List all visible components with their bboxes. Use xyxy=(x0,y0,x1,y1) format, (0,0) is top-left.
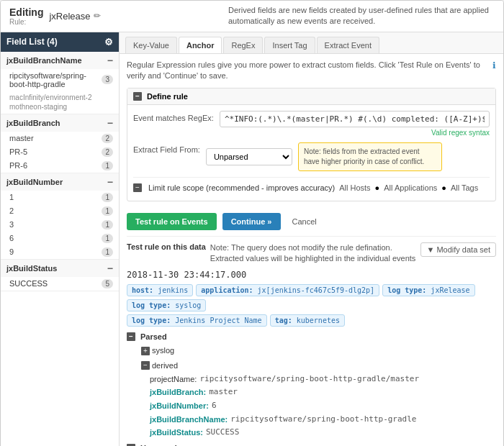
event-label: Event matches RegEx: xyxy=(133,111,214,122)
test-rule-button[interactable]: Test rule on Events xyxy=(127,213,217,230)
item-label: 1 xyxy=(9,193,14,201)
item-count: 1 xyxy=(102,234,113,243)
item-count: 3 xyxy=(102,75,113,84)
item-count: 1 xyxy=(102,220,113,229)
group-header-jxbuildstatus[interactable]: jxBuildStatus − xyxy=(1,260,119,277)
tag-key: tag: xyxy=(275,317,292,324)
group-jxbuildstatus: jxBuildStatus − SUCCESS 5 xyxy=(1,260,119,291)
item-label: PR-5 xyxy=(9,147,27,156)
valid-regex-text: Valid regex syntax xyxy=(220,129,490,137)
collapse-icon3: − xyxy=(107,177,113,187)
collapse-icon: − xyxy=(107,55,113,65)
collapse-icon2: − xyxy=(107,118,113,128)
info-icon[interactable]: ℹ xyxy=(492,60,496,72)
group-jxbuildbranch: jxBuildBranchName − ripcitysoftware/spri… xyxy=(1,52,119,114)
extract-label: Extract Field From: xyxy=(133,142,200,154)
group-header-jxbuildbranch[interactable]: jxBuildBranchName − xyxy=(1,52,119,69)
item-label: PR-6 xyxy=(9,161,27,170)
item-label: 6 xyxy=(9,234,14,242)
log-tag-logtype1: log type: jxRelease xyxy=(382,284,474,296)
field-value: 6 xyxy=(212,399,217,413)
gear-icon[interactable]: ⚙ xyxy=(104,37,113,47)
item-count: 1 xyxy=(102,193,113,202)
modify-dataset-button[interactable]: ▼ Modify data set xyxy=(420,242,496,257)
tag-key: host: xyxy=(132,286,153,294)
list-item[interactable]: 3 1 xyxy=(1,218,119,232)
log-tag-app: application: jx[jenkins-fc467c5f9-dlg2p] xyxy=(196,284,379,296)
group-header-jxbuildnumber[interactable]: jxBuildNumber − xyxy=(1,173,119,191)
test-rule-header: Test rule on this data Note: The query d… xyxy=(127,242,496,265)
field-value: ripcitysoftware/spring-boot-http-gradle xyxy=(230,413,416,427)
scope-label[interactable]: Limit rule scope (recommended - improves… xyxy=(148,183,335,192)
continue-button[interactable]: Continue » xyxy=(222,213,281,230)
field-jxbuildbranch: jxBuildBranch: master xyxy=(144,386,496,399)
tab-regex[interactable]: RegEx xyxy=(223,37,263,53)
group-header-jxbuildbranch2[interactable]: jxBuildBranch − xyxy=(1,114,119,132)
regex-info: Regular Expression rules give you more p… xyxy=(127,60,496,82)
tag-value: kubernetes xyxy=(297,317,340,324)
parsed-label: Parsed xyxy=(140,332,167,341)
tab-anchor[interactable]: Anchor xyxy=(179,37,222,53)
item-label: 9 xyxy=(9,247,14,256)
define-rule-header[interactable]: − Define rule xyxy=(127,88,495,105)
item-label: 3 xyxy=(9,220,14,229)
main-layout: Field List (4) ⚙ jxBuildBranchName − rip… xyxy=(1,32,503,446)
note-box: Note: fields from the extracted event ha… xyxy=(298,142,442,171)
panel-content: Regular Expression rules give you more p… xyxy=(120,54,503,446)
scope-bullet2: ● xyxy=(441,183,446,192)
header: Editing Rule: jxRelease ✏ Derived fields… xyxy=(1,1,503,32)
field-list-label: Field List (4) xyxy=(6,37,58,47)
parsed-collapse-icon: − xyxy=(127,332,135,341)
define-rule-section: − Define rule Event matches RegEx: Valid… xyxy=(127,88,496,201)
scope-tags: All Tags xyxy=(451,183,478,192)
list-item[interactable]: 1 1 xyxy=(1,191,119,204)
group-jxbuildbranch2: jxBuildBranch − master 2 PR-5 2 PR-6 1 xyxy=(1,114,119,173)
item-label-extra: macInfinity/environment-2 mothneon-stagi… xyxy=(9,93,113,112)
log-tag-logtype3: log type: Jenkins Project Name xyxy=(127,314,267,327)
derived-collapse-icon[interactable]: − xyxy=(141,361,150,370)
list-item[interactable]: 9 1 xyxy=(1,245,119,259)
list-item[interactable]: 2 1 xyxy=(1,204,119,218)
list-item[interactable]: 6 1 xyxy=(1,232,119,245)
regex-input[interactable] xyxy=(220,111,490,127)
field-projectname: projectName: ripcitysoftware/spring-boot… xyxy=(144,373,496,386)
list-item[interactable]: PR-5 2 xyxy=(1,145,119,159)
tag-key: log type: xyxy=(387,286,426,294)
list-item[interactable]: ripcitysoftware/spring-boot-http-gradle … xyxy=(1,69,119,91)
log-tags-2: log type: Jenkins Project Name tag: kube… xyxy=(127,314,496,327)
field-jxbuildstatus: jxBuildStatus: SUCCESS xyxy=(144,426,496,440)
scope-row: − Limit rule scope (recommended - improv… xyxy=(133,177,490,195)
scope-bullet1: ● xyxy=(375,183,380,192)
test-rule-note: Note: The query does not modify the rule… xyxy=(210,242,417,265)
list-item[interactable]: PR-6 1 xyxy=(1,159,119,173)
cancel-button[interactable]: Cancel xyxy=(287,213,323,230)
tab-inserttag[interactable]: Insert Tag xyxy=(264,37,315,53)
list-item-extra[interactable]: macInfinity/environment-2 mothneon-stagi… xyxy=(1,91,119,114)
tab-keyvalue[interactable]: Key-Value xyxy=(125,37,177,53)
field-key: jxBuildStatus: xyxy=(150,426,203,440)
tag-value: syslog xyxy=(175,301,201,309)
edit-icon[interactable]: ✏ xyxy=(94,11,101,21)
item-label: SUCCESS xyxy=(9,279,48,288)
tag-key: log type: xyxy=(132,317,171,324)
tab-extractevent[interactable]: Extract Event xyxy=(317,37,379,53)
parsed-section: − Parsed + syslog − derived xyxy=(127,332,496,440)
right-panel: Key-Value Anchor RegEx Insert Tag Extrac… xyxy=(120,32,503,446)
extract-select[interactable]: Unparsed xyxy=(206,148,292,165)
field-key: jxBuildNumber: xyxy=(150,399,209,413)
syslog-expand-icon[interactable]: + xyxy=(141,347,150,355)
collapse-define-icon: − xyxy=(133,92,142,101)
subtitle-text: jxRelease xyxy=(49,11,90,22)
sidebar: Field List (4) ⚙ jxBuildBranchName − rip… xyxy=(1,32,120,446)
item-count: 2 xyxy=(102,134,113,143)
test-rule-label: Test rule on this data xyxy=(127,242,206,251)
list-item[interactable]: master 2 xyxy=(1,132,119,145)
field-list-header: Field List (4) ⚙ xyxy=(1,32,119,52)
regex-row: Event matches RegEx: Valid regex syntax xyxy=(133,111,490,137)
scope-toggle-icon: − xyxy=(133,183,142,192)
list-item-success[interactable]: SUCCESS 5 xyxy=(1,277,119,291)
app-container: Editing Rule: jxRelease ✏ Derived fields… xyxy=(0,0,504,446)
parsed-toggle[interactable]: − Parsed xyxy=(127,332,496,341)
item-label: master xyxy=(9,134,34,142)
tree-derived: − derived xyxy=(135,359,496,373)
